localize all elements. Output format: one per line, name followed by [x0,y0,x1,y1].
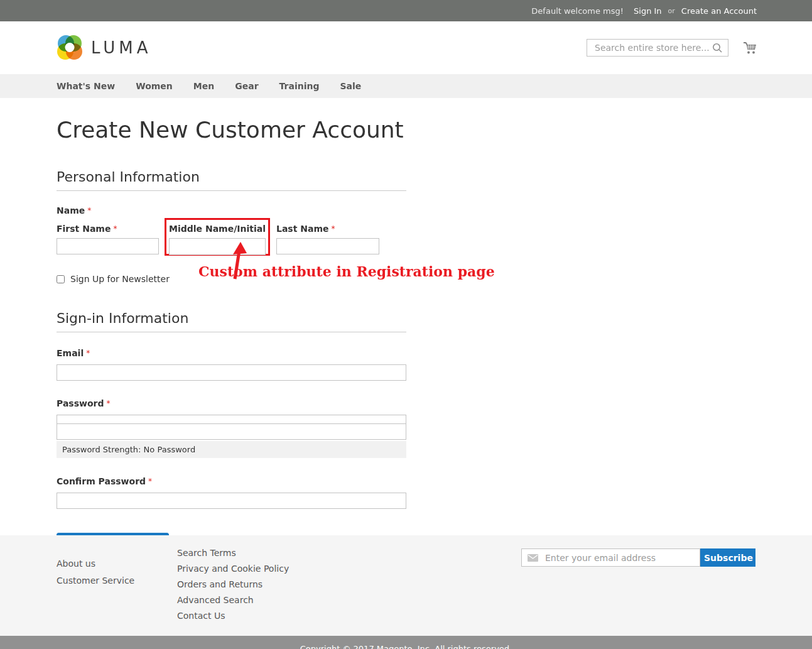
first-name-input[interactable] [57,238,159,254]
footer-search-terms[interactable]: Search Terms [177,548,289,558]
confirm-password-input[interactable] [57,493,406,509]
nav-gear[interactable]: Gear [235,81,258,91]
footer: About us Customer Service Search Terms P… [0,535,812,636]
footer-customer-service[interactable]: Customer Service [57,575,177,586]
password-label: Password [57,398,104,408]
footer-links-col2: Search Terms Privacy and Cookie Policy O… [177,535,289,636]
luma-logo[interactable]: LUMA [57,35,151,61]
required-asterisk: * [86,349,90,357]
password-field: Password* Password Strength: No Password [57,397,755,458]
email-input[interactable] [57,364,406,381]
newsletter-email-box [521,548,700,567]
footer-privacy-policy[interactable]: Privacy and Cookie Policy [177,564,289,574]
cart-icon[interactable] [742,41,757,55]
nav-women[interactable]: Women [136,81,173,91]
newsletter-label[interactable]: Sign Up for Newsletter [70,274,170,284]
footer-orders-returns[interactable]: Orders and Returns [177,579,289,589]
footer-links-col1: About us Customer Service [57,535,177,636]
welcome-message: Default welcome msg! [531,6,624,16]
footer-advanced-search[interactable]: Advanced Search [177,595,289,605]
confirm-password-field: Confirm Password* [57,475,755,509]
confirm-password-label: Confirm Password [57,476,146,486]
create-account-link[interactable]: Create an Account [681,6,757,16]
sign-in-link[interactable]: Sign In [634,6,662,16]
required-asterisk: * [106,399,110,408]
page-title: Create New Customer Account [57,117,755,143]
search-box [587,39,728,57]
password-input[interactable] [57,423,406,440]
name-fields-row: First Name* Middle Name/Initial Last Nam… [57,218,755,256]
last-name-field: Last Name* [276,218,379,256]
nav-sale[interactable]: Sale [340,81,361,91]
newsletter-checkbox[interactable] [57,275,65,283]
signin-info-legend: Sign-in Information [57,310,406,332]
middle-name-field-highlight-box: Middle Name/Initial [165,218,270,256]
search-input[interactable] [593,42,712,53]
main-content: Create New Customer Account Personal Inf… [0,117,812,554]
footer-newsletter: Subscribe [521,535,755,636]
required-asterisk: * [332,224,335,233]
required-asterisk: * [148,477,152,486]
search-icon[interactable] [712,42,723,53]
nav-training[interactable]: Training [279,81,320,91]
top-panel: Default welcome msg! Sign In or Create a… [0,0,812,21]
footer-contact-us[interactable]: Contact Us [177,611,289,621]
password-input-artifact [57,415,406,423]
last-name-input[interactable] [276,238,379,254]
personal-info-legend: Personal Information [57,169,406,191]
email-field: Email* [57,347,755,381]
nav-whats-new[interactable]: What's New [57,81,115,91]
nav-men[interactable]: Men [193,81,214,91]
first-name-label: First Name [57,224,111,234]
email-label: Email [57,348,84,358]
copyright-bar: Copyright © 2017 Magento, Inc. All right… [0,636,812,649]
or-text: or [668,7,675,15]
header: LUMA [0,21,812,74]
luma-logo-icon [57,35,83,61]
required-asterisk: * [113,224,117,233]
annotation-arrow-icon [220,241,252,283]
subscribe-button[interactable]: Subscribe [700,548,755,567]
copyright-text: Copyright © 2017 Magento, Inc. All right… [300,644,512,649]
required-asterisk: * [87,206,91,215]
middle-name-label: Middle Name/Initial [169,224,266,234]
main-nav: What's New Women Men Gear Training Sale [0,74,812,98]
brand-name: LUMA [91,38,151,57]
first-name-field: First Name* [57,218,159,256]
envelope-icon [528,554,538,562]
footer-about-us[interactable]: About us [57,559,177,569]
newsletter-email-input[interactable] [544,552,694,564]
last-name-label: Last Name [276,224,329,234]
name-field-label: Name* [57,204,755,216]
password-strength-meter: Password Strength: No Password [57,441,406,458]
